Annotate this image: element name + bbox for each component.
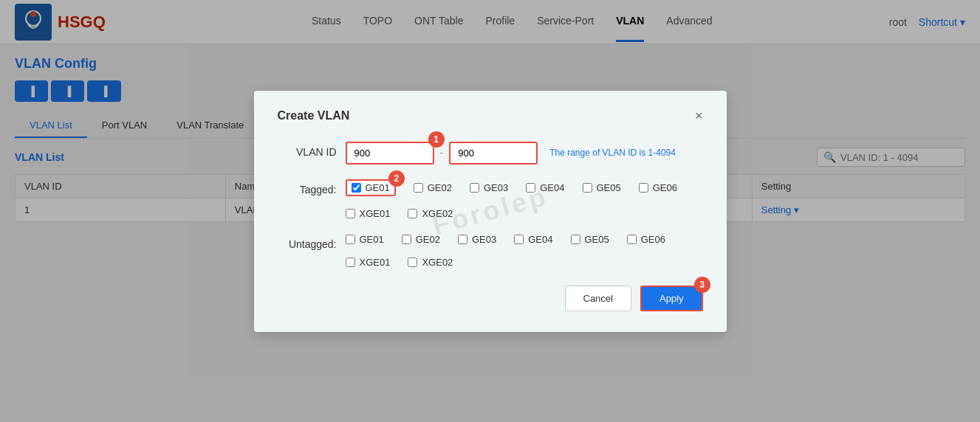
modal-title: Create VLAN (278, 109, 350, 122)
untagged-ge04-label: GE04 (528, 234, 552, 235)
tagged-xge01-label: XGE01 (360, 208, 391, 219)
untagged-ge02-label: GE02 (416, 234, 440, 235)
tagged-xge01-wrap: XGE01 (346, 208, 391, 219)
untagged-ge06-wrap: GE06 (627, 234, 665, 235)
tagged-ge06-wrap: GE06 (639, 179, 677, 196)
tagged-row: Tagged: GE01 2 GE02 GE03 (278, 179, 703, 219)
tagged-xge01-checkbox[interactable] (346, 209, 355, 218)
vlan-id-separator: - (440, 147, 444, 159)
vlan-id-row: VLAN ID 1 - The range of VLAN ID is 1-40… (278, 142, 703, 165)
tagged-ge02-label: GE02 (428, 182, 452, 193)
tagged-ge01-wrap: GE01 2 (346, 179, 396, 196)
vlan-id-to-input[interactable] (449, 142, 538, 165)
tagged-ge04-label: GE04 (540, 182, 564, 193)
untagged-content: GE01 GE02 GE03 GE04 (346, 234, 703, 235)
untagged-ge02-wrap: GE02 (402, 234, 440, 235)
tagged-ge06-label: GE06 (653, 182, 677, 193)
untagged-ge03-wrap: GE03 (458, 234, 496, 235)
tagged-xge02-wrap: XGE02 (408, 208, 453, 219)
untagged-ge05-wrap: GE05 (571, 234, 609, 235)
untagged-checkbox-group: GE01 GE02 GE03 GE04 (346, 234, 703, 235)
untagged-ge01-label: GE01 (360, 234, 384, 235)
untagged-ge03-label: GE03 (472, 234, 496, 235)
close-button[interactable]: × (695, 108, 703, 124)
tagged-ge02-checkbox[interactable] (414, 183, 423, 193)
untagged-ge01-wrap: GE01 (346, 234, 384, 235)
tagged-checkbox-group: GE01 2 GE02 GE03 GE04 (346, 179, 703, 219)
untagged-label: Untagged: (278, 234, 337, 235)
tagged-ge04-wrap: GE04 (526, 179, 564, 196)
modal-overlay: Forolep Create VLAN × VLAN ID 1 - The ra… (0, 0, 980, 234)
tagged-xge02-checkbox[interactable] (408, 209, 417, 218)
tagged-ge01-label: GE01 (366, 182, 390, 193)
tagged-ge03-wrap: GE03 (470, 179, 508, 196)
untagged-ge04-wrap: GE04 (514, 234, 552, 235)
tagged-ge03-checkbox[interactable] (470, 183, 479, 193)
untagged-ge06-label: GE06 (641, 234, 665, 235)
modal-header: Create VLAN × (278, 108, 703, 124)
step1-badge: 1 (428, 131, 445, 148)
vlan-id-from-wrap: 1 (346, 142, 434, 165)
tagged-ge05-wrap: GE05 (583, 179, 621, 196)
create-vlan-modal: Forolep Create VLAN × VLAN ID 1 - The ra… (254, 91, 727, 235)
untagged-ge05-label: GE05 (585, 234, 609, 235)
tagged-xge02-label: XGE02 (422, 208, 453, 219)
tagged-ge01-checkbox[interactable] (352, 183, 361, 193)
tagged-ge05-checkbox[interactable] (583, 183, 592, 193)
tagged-content: GE01 2 GE02 GE03 GE04 (346, 179, 703, 219)
tagged-ge02-wrap: GE02 (414, 179, 452, 196)
tagged-ge04-checkbox[interactable] (526, 183, 535, 193)
vlan-id-inputs: 1 - The range of VLAN ID is 1-4094 (346, 142, 703, 165)
tagged-ge06-checkbox[interactable] (639, 183, 648, 193)
tagged-ge03-label: GE03 (484, 182, 508, 193)
tagged-ge05-label: GE05 (597, 182, 621, 193)
vlan-id-content: 1 - The range of VLAN ID is 1-4094 (346, 142, 703, 165)
vlan-id-from-input[interactable] (346, 142, 434, 165)
step2-badge: 2 (388, 170, 405, 187)
vlan-id-label: VLAN ID (278, 142, 337, 158)
tagged-label: Tagged: (278, 179, 337, 196)
untagged-row: Untagged: GE01 GE02 GE03 (278, 234, 703, 235)
vlan-range-hint: The range of VLAN ID is 1-4094 (549, 148, 676, 158)
